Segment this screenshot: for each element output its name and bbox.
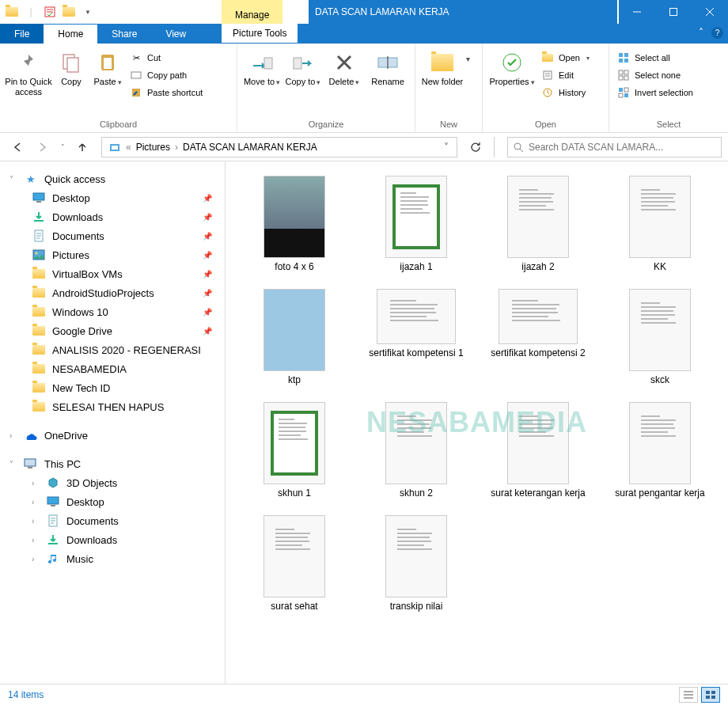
file-item[interactable]: sertifikat kompetensi 2 (479, 289, 597, 386)
thumbnails-view-button[interactable] (701, 687, 720, 703)
refresh-button[interactable] (464, 137, 487, 157)
quick-access-header[interactable]: ˅ ★ Quick access (0, 169, 225, 188)
sidebar-item-windows-10[interactable]: Windows 10📌 (0, 302, 225, 321)
sidebar-item-selesai-then-hapus[interactable]: SELESAI THEN HAPUS (0, 397, 225, 416)
quick-access-toolbar: | ▼ (0, 0, 97, 24)
navigation-pane[interactable]: ˅ ★ Quick access Desktop📌Downloads📌Docum… (0, 161, 226, 684)
pin-quick-access-button[interactable]: Pin to Quick access (5, 47, 52, 97)
file-item[interactable]: ijazah 1 (357, 176, 476, 273)
file-item[interactable]: skck (601, 289, 719, 386)
file-item[interactable]: ktp (235, 289, 354, 386)
breadcrumb-dropdown[interactable]: ˅ (439, 142, 453, 153)
breadcrumb-root-icon[interactable] (105, 142, 124, 153)
view-tab[interactable]: View (151, 25, 200, 44)
file-item[interactable]: surat pengantar kerja (601, 402, 719, 499)
breadcrumb-current[interactable]: DATA SCAN LAMARAN KERJA (180, 142, 320, 153)
onedrive-header[interactable]: › OneDrive (0, 426, 225, 445)
search-box[interactable] (507, 137, 722, 157)
cut-button[interactable]: ✂Cut (127, 50, 206, 66)
sidebar-item-nesabamedia[interactable]: NESABAMEDIA (0, 359, 225, 378)
breadcrumb-sep: « (124, 142, 133, 153)
file-item[interactable]: ijazah 2 (479, 176, 597, 273)
history-icon (541, 86, 554, 99)
separator (494, 137, 495, 157)
sidebar-item-virtualbox-vms[interactable]: VirtualBox VMs📌 (0, 264, 225, 283)
recent-dropdown[interactable]: ˅ (57, 136, 68, 158)
file-thumbnail (385, 402, 447, 484)
sidebar-item-desktop[interactable]: Desktop📌 (0, 188, 225, 207)
paste-button[interactable]: Paste (90, 47, 125, 87)
sidebar-item-label: 3D Objects (66, 477, 117, 489)
file-item[interactable]: KK (601, 176, 719, 273)
close-button[interactable] (692, 0, 728, 24)
copy-to-button[interactable]: Copy to (283, 47, 323, 87)
breadcrumb-pictures[interactable]: Pictures (133, 142, 173, 153)
files-view[interactable]: foto 4 x 6ijazah 1ijazah 2KKktpsertifika… (226, 161, 728, 684)
copy-button[interactable]: Copy (54, 47, 89, 87)
svg-rect-6 (131, 72, 141, 78)
sidebar-item-new-tech-id[interactable]: New Tech ID (0, 378, 225, 397)
history-button[interactable]: History (538, 85, 593, 101)
sidebar-item-androidstudioprojects[interactable]: AndroidStudioProjects📌 (0, 283, 225, 302)
file-item[interactable]: skhun 2 (357, 402, 476, 499)
file-item[interactable]: transkip nilai (357, 515, 476, 612)
forward-button[interactable] (32, 136, 54, 158)
sidebar-item-downloads[interactable]: Downloads📌 (0, 207, 225, 226)
new-item-dropdown[interactable]: ▾ (466, 55, 470, 63)
paste-shortcut-button[interactable]: Paste shortcut (127, 85, 206, 101)
home-tab[interactable]: Home (44, 25, 97, 44)
select-all-button[interactable]: Select all (614, 50, 696, 66)
select-none-button[interactable]: Select none (614, 67, 696, 83)
picture-tools-tab[interactable]: Picture Tools (222, 24, 298, 43)
open-button[interactable]: Open▾ (538, 50, 593, 66)
sidebar-item-analisis-2020---regenerasi[interactable]: ANALISIS 2020 - REGENERASI (0, 340, 225, 359)
properties-icon[interactable] (41, 3, 59, 21)
delete-button[interactable]: Delete (324, 47, 364, 87)
file-tab[interactable]: File (0, 24, 44, 44)
search-input[interactable] (529, 142, 716, 153)
invert-selection-button[interactable]: Invert selection (614, 85, 696, 101)
sidebar-item-music[interactable]: ›Music (0, 549, 225, 568)
svg-rect-40 (706, 691, 710, 694)
address-bar: ˅ « Pictures › DATA SCAN LAMARAN KERJA ˅ (0, 133, 728, 161)
pin-icon: 📌 (203, 213, 212, 222)
qat-new-folder-icon[interactable] (60, 3, 78, 21)
sidebar-item-google-drive[interactable]: Google Drive📌 (0, 321, 225, 340)
rename-button[interactable]: Rename (366, 47, 410, 87)
clipboard-group-label: Clipboard (5, 118, 232, 131)
sidebar-item-downloads[interactable]: ›Downloads (0, 530, 225, 549)
sidebar-item-pictures[interactable]: Pictures📌 (0, 245, 225, 264)
sidebar-item-3d-objects[interactable]: ›3D Objects (0, 473, 225, 492)
sidebar-item-desktop[interactable]: ›Desktop (0, 492, 225, 511)
file-item[interactable]: foto 4 x 6 (235, 176, 354, 273)
file-item[interactable]: surat keterangan kerja (479, 402, 597, 499)
copy-path-button[interactable]: Copy path (127, 67, 206, 83)
sidebar-item-documents[interactable]: Documents📌 (0, 226, 225, 245)
ribbon-collapse-icon[interactable]: ˄ (699, 27, 703, 39)
qat-dropdown-icon[interactable]: ▼ (79, 3, 97, 21)
download-icon (32, 210, 46, 224)
svg-rect-9 (294, 58, 301, 69)
minimize-button[interactable] (619, 0, 655, 24)
this-pc-header[interactable]: ˅ This PC (0, 454, 225, 473)
move-to-button[interactable]: Move to (242, 47, 282, 87)
file-item[interactable]: surat sehat (235, 515, 354, 612)
select-group-label: Select (614, 118, 723, 131)
file-item[interactable]: skhun 1 (235, 402, 354, 499)
properties-button[interactable]: Properties (487, 47, 537, 87)
maximize-button[interactable] (655, 0, 692, 24)
open-icon (541, 51, 554, 64)
back-button[interactable] (6, 136, 28, 158)
edit-button[interactable]: Edit (538, 67, 593, 83)
share-tab[interactable]: Share (97, 25, 151, 44)
file-item[interactable]: sertifikat kompetensi 1 (357, 289, 476, 386)
new-folder-button[interactable]: New folder (420, 47, 464, 87)
breadcrumb[interactable]: « Pictures › DATA SCAN LAMARAN KERJA ˅ (101, 137, 457, 157)
help-icon[interactable]: ? (711, 27, 723, 39)
pin-icon: 📌 (203, 194, 212, 203)
up-button[interactable] (71, 136, 93, 158)
file-name: sertifikat kompetensi 2 (491, 347, 585, 359)
sidebar-item-documents[interactable]: ›Documents (0, 511, 225, 530)
svg-rect-26 (624, 93, 628, 97)
details-view-button[interactable] (679, 687, 698, 703)
